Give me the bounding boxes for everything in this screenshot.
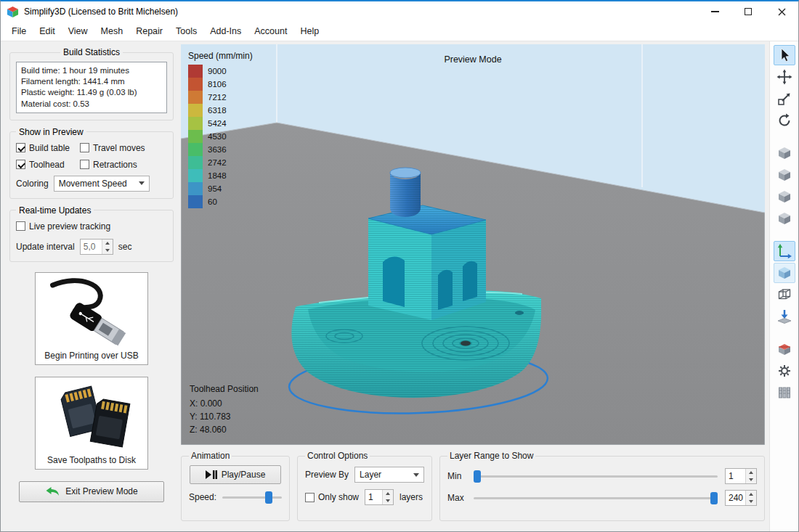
spin-down-icon bbox=[386, 499, 390, 502]
menu-file[interactable]: File bbox=[5, 22, 33, 40]
titlebar: Simplify3D (Licensed to Britt Michelsen) bbox=[1, 1, 798, 22]
shaded-view-tool[interactable] bbox=[774, 263, 795, 283]
menu-edit[interactable]: Edit bbox=[33, 22, 62, 40]
travel-moves-option[interactable]: Travel moves bbox=[80, 143, 167, 153]
support-structures-tool[interactable] bbox=[774, 382, 795, 403]
menu-account[interactable]: Account bbox=[248, 22, 293, 40]
maximize-button[interactable] bbox=[731, 1, 765, 22]
max-layer-spinner[interactable]: 240 bbox=[725, 490, 757, 506]
legend-row: 1848 bbox=[188, 169, 253, 182]
rotate-tool[interactable] bbox=[774, 110, 795, 131]
min-layer-arrows[interactable] bbox=[745, 469, 756, 483]
close-button[interactable] bbox=[765, 1, 798, 22]
place-on-bed-tool[interactable] bbox=[774, 306, 795, 327]
slider-track[interactable] bbox=[474, 497, 718, 499]
menu-view[interactable]: View bbox=[62, 22, 94, 40]
cross-section-tool[interactable] bbox=[774, 339, 795, 359]
coordinate-axes-tool[interactable] bbox=[774, 241, 795, 261]
preview-by-label: Preview By bbox=[305, 470, 349, 480]
only-show-arrows[interactable] bbox=[382, 490, 393, 504]
cube-icon bbox=[776, 210, 792, 226]
slider-thumb[interactable] bbox=[710, 492, 718, 504]
min-label: Min bbox=[447, 471, 466, 481]
menu-addins[interactable]: Add-Ins bbox=[203, 22, 248, 40]
legend-row: 8106 bbox=[188, 78, 253, 91]
coloring-dropdown[interactable]: Movement Speed bbox=[54, 176, 150, 192]
layers-label: layers bbox=[400, 492, 423, 502]
cabin-window-arch-2 bbox=[463, 261, 477, 301]
update-interval-spinner[interactable]: 5,0 bbox=[80, 239, 113, 255]
min-layer-slider[interactable] bbox=[474, 470, 718, 483]
build-table-label: Build table bbox=[29, 143, 70, 153]
maximize-icon bbox=[745, 8, 752, 15]
animation-speed-slider[interactable] bbox=[222, 491, 282, 504]
live-preview-checkbox[interactable] bbox=[16, 221, 25, 231]
menu-tools[interactable]: Tools bbox=[169, 22, 203, 40]
exit-preview-mode-button[interactable]: Exit Preview Mode bbox=[19, 481, 164, 502]
machine-gear-tool[interactable] bbox=[774, 361, 795, 381]
legend-speed-value: 4530 bbox=[208, 132, 227, 141]
build-table-checkbox[interactable] bbox=[16, 143, 25, 152]
view-cube-d[interactable] bbox=[774, 208, 795, 229]
toolhead-checkbox[interactable] bbox=[16, 160, 25, 169]
menu-repair[interactable]: Repair bbox=[129, 22, 169, 40]
build-table-option[interactable]: Build table bbox=[16, 143, 80, 153]
cabin-window-arch-1 bbox=[438, 270, 453, 310]
retractions-checkbox[interactable] bbox=[80, 160, 89, 169]
speed-legend-rows: 9000810672126318542445303636274218489546… bbox=[188, 65, 253, 208]
slider-track[interactable] bbox=[222, 496, 282, 499]
cube-icon bbox=[776, 167, 792, 183]
max-layer-row: Max 240 bbox=[447, 489, 757, 507]
3d-scene[interactable] bbox=[181, 44, 765, 445]
view-cube-b[interactable] bbox=[774, 165, 795, 185]
exit-preview-mode-label: Exit Preview Mode bbox=[65, 486, 137, 496]
preview-by-value: Layer bbox=[360, 470, 381, 480]
move-tool[interactable] bbox=[774, 67, 795, 87]
layer-range-title: Layer Range to Show bbox=[447, 451, 535, 461]
legend-row: 60 bbox=[188, 195, 253, 208]
slider-thumb[interactable] bbox=[474, 470, 481, 483]
legend-row: 954 bbox=[188, 182, 253, 195]
window-title: Simplify3D (Licensed to Britt Michelsen) bbox=[24, 7, 178, 17]
only-show-spinner[interactable]: 1 bbox=[365, 489, 394, 505]
view-cube-a[interactable] bbox=[774, 143, 795, 163]
max-layer-arrows[interactable] bbox=[745, 491, 756, 505]
axes-icon bbox=[776, 243, 792, 259]
speed-label: Speed: bbox=[189, 492, 216, 502]
slider-track[interactable] bbox=[474, 475, 718, 478]
live-preview-option[interactable]: Live preview tracking bbox=[16, 221, 167, 232]
stat-material-cost: Material cost: 0.53 bbox=[21, 99, 162, 110]
retractions-option[interactable]: Retractions bbox=[80, 160, 167, 170]
only-show-option[interactable]: Only show bbox=[305, 492, 359, 502]
travel-moves-checkbox[interactable] bbox=[80, 143, 89, 152]
preview-viewport[interactable]: Preview Mode Speed (mm/min) 900081067212… bbox=[181, 44, 765, 445]
wireframe-view-tool[interactable] bbox=[774, 285, 795, 305]
menu-mesh[interactable]: Mesh bbox=[94, 22, 130, 40]
legend-speed-value: 1848 bbox=[208, 171, 227, 180]
view-cube-c[interactable] bbox=[774, 187, 795, 207]
min-layer-spinner[interactable]: 1 bbox=[725, 468, 757, 484]
play-pause-button[interactable]: Play/Pause bbox=[190, 465, 281, 484]
scale-tool[interactable] bbox=[774, 89, 795, 109]
begin-printing-usb-button[interactable]: Begin Printing over USB bbox=[35, 272, 148, 365]
menu-help[interactable]: Help bbox=[293, 22, 325, 40]
chevron-down-icon bbox=[139, 181, 145, 185]
min-layer-value: 1 bbox=[726, 469, 745, 483]
max-layer-slider[interactable] bbox=[474, 491, 718, 504]
shaded-cube-icon bbox=[776, 265, 792, 281]
legend-speed-value: 8106 bbox=[208, 80, 227, 89]
legend-speed-value: 5424 bbox=[208, 119, 227, 128]
slider-thumb[interactable] bbox=[265, 491, 272, 504]
legend-color-swatch bbox=[188, 78, 203, 91]
minimize-button[interactable] bbox=[698, 1, 731, 22]
toolhead-option[interactable]: Toolhead bbox=[16, 160, 80, 170]
preview-by-dropdown[interactable]: Layer bbox=[354, 467, 424, 483]
update-interval-arrows[interactable] bbox=[102, 240, 113, 254]
select-tool[interactable] bbox=[774, 45, 795, 65]
only-show-checkbox[interactable] bbox=[305, 493, 315, 502]
legend-color-swatch bbox=[188, 91, 203, 104]
save-toolpaths-button[interactable]: Save Toolpaths to Disk bbox=[35, 377, 148, 470]
arrow-to-bed-icon bbox=[776, 308, 792, 324]
legend-color-swatch bbox=[188, 117, 203, 130]
usb-cable-image bbox=[38, 276, 145, 348]
